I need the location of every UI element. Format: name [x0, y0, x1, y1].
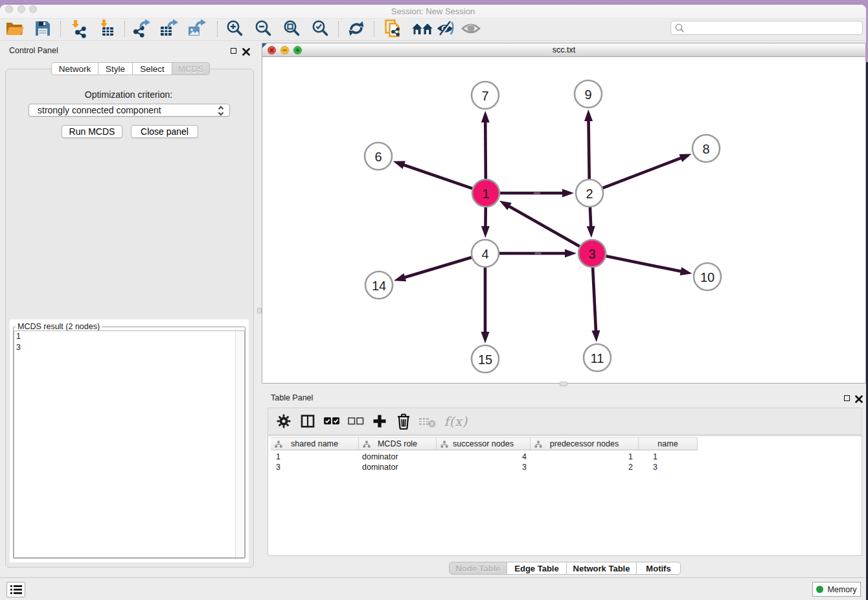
- export-table-button[interactable]: [159, 19, 179, 40]
- tab-node-table[interactable]: Node Table: [449, 562, 507, 575]
- delete-column-button[interactable]: [396, 413, 411, 429]
- open-session-button[interactable]: [4, 19, 25, 40]
- cell-successor-nodes[interactable]: 4: [437, 452, 531, 462]
- graph-edge-4-3[interactable]: [499, 249, 577, 258]
- hierarchy-icon: [275, 441, 282, 450]
- hide-selected-button[interactable]: [435, 19, 456, 40]
- cell-name[interactable]: 1: [639, 452, 698, 462]
- first-neighbors-button[interactable]: [412, 19, 433, 40]
- delete-table-icon: [418, 413, 437, 429]
- optimization-criterion-label: Optimization criterion:: [0, 89, 257, 100]
- graph-edge-4-14[interactable]: [394, 257, 472, 281]
- cell-shared-name[interactable]: 1: [271, 452, 359, 462]
- column-header-MCDS-role[interactable]: MCDS role: [359, 437, 437, 450]
- split-panel-button[interactable]: [300, 413, 315, 429]
- zoom-in-button[interactable]: [224, 19, 245, 40]
- graph-node-15[interactable]: 15: [472, 345, 499, 373]
- toolbar-separator: [124, 21, 125, 37]
- close-table-panel-icon[interactable]: [855, 394, 863, 402]
- tab-style[interactable]: Style: [98, 62, 133, 75]
- tab-mcds[interactable]: MCDS: [172, 62, 210, 75]
- graph-node-11[interactable]: 11: [584, 344, 611, 371]
- graph-node-3[interactable]: 3: [578, 240, 606, 267]
- graph-node-6[interactable]: 6: [365, 143, 392, 170]
- close-panel-button[interactable]: Close panel: [131, 125, 198, 138]
- graph-edge-2-8[interactable]: [603, 154, 692, 189]
- function-builder-icon: f(x): [444, 414, 468, 428]
- graph-edge-1-6[interactable]: [393, 161, 472, 188]
- cell-predecessor-nodes[interactable]: 1: [531, 452, 639, 462]
- import-network-button[interactable]: [69, 19, 89, 40]
- mcds-result-item[interactable]: 1: [14, 331, 244, 342]
- duplicate-network-button[interactable]: [383, 19, 404, 40]
- export-image-button[interactable]: [187, 19, 207, 40]
- show-all-button[interactable]: [461, 19, 481, 40]
- graph-edge-1-4[interactable]: [481, 207, 490, 238]
- add-column-button[interactable]: [372, 413, 387, 429]
- criterion-dropdown[interactable]: strongly connected component: [29, 104, 230, 117]
- cell-MCDS-role[interactable]: dominator: [359, 462, 437, 472]
- float-panel-icon[interactable]: [231, 48, 236, 54]
- zoom-selected-button[interactable]: [310, 19, 330, 40]
- tab-network[interactable]: Network: [51, 62, 98, 75]
- search-box[interactable]: [670, 21, 863, 35]
- graph-edge-2-9[interactable]: [584, 110, 593, 179]
- column-header-shared-name[interactable]: shared name: [271, 437, 359, 450]
- table-options-gear-button[interactable]: [276, 413, 291, 429]
- svg-text:1: 1: [482, 187, 489, 201]
- graph-node-4[interactable]: 4: [472, 240, 499, 267]
- graph-edge-4-15[interactable]: [481, 268, 490, 343]
- vertical-splitter-handle[interactable]: [257, 308, 262, 314]
- mcds-result-item[interactable]: 3: [14, 342, 244, 353]
- table-row[interactable]: 3dominator323: [271, 462, 698, 472]
- titlebar: Session: New Session: [0, 5, 866, 19]
- graph-edge-1-7[interactable]: [481, 111, 490, 179]
- graph-node-14[interactable]: 14: [365, 271, 393, 299]
- horizontal-splitter-handle[interactable]: [560, 382, 567, 386]
- column-header-predecessor-nodes[interactable]: predecessor nodes: [531, 437, 639, 450]
- zoom-out-icon: [253, 19, 273, 41]
- graph-edge-2-3[interactable]: [587, 207, 595, 238]
- cell-successor-nodes[interactable]: 3: [437, 462, 531, 472]
- svg-text:10: 10: [700, 270, 714, 284]
- tab-motifs[interactable]: Motifs: [637, 562, 681, 575]
- graph-edge-3-11[interactable]: [591, 268, 600, 342]
- column-header-name[interactable]: name: [639, 437, 698, 450]
- refresh-button[interactable]: [346, 19, 367, 40]
- tab-select[interactable]: Select: [133, 62, 172, 75]
- float-table-panel-icon[interactable]: [844, 395, 850, 401]
- table-row[interactable]: 1dominator411: [271, 452, 698, 462]
- import-table-button[interactable]: [97, 19, 118, 40]
- graph-node-1[interactable]: 1: [472, 179, 499, 207]
- cell-MCDS-role[interactable]: dominator: [359, 452, 437, 462]
- graph-node-7[interactable]: 7: [472, 82, 499, 109]
- mcds-result-list[interactable]: 13: [14, 330, 245, 558]
- cell-shared-name[interactable]: 3: [271, 462, 359, 472]
- tab-network-table[interactable]: Network Table: [567, 562, 637, 575]
- cell-predecessor-nodes[interactable]: 2: [531, 462, 639, 472]
- graph-edge-3-10[interactable]: [606, 256, 692, 275]
- graph-edge-1-2[interactable]: [500, 189, 574, 198]
- mcds-result-title: MCDS result (2 nodes): [16, 322, 102, 331]
- column-header-label: predecessor nodes: [550, 439, 619, 448]
- save-session-button[interactable]: [32, 19, 53, 40]
- close-panel-icon[interactable]: [242, 47, 250, 54]
- hide-columns-button[interactable]: [348, 413, 363, 429]
- memory-button[interactable]: Memory: [812, 582, 861, 597]
- zoom-out-button[interactable]: [253, 19, 273, 40]
- graph-node-9[interactable]: 9: [575, 80, 602, 108]
- run-mcds-button[interactable]: Run MCDS: [62, 125, 122, 138]
- export-network-button[interactable]: [131, 19, 152, 40]
- graph-node-10[interactable]: 10: [694, 263, 721, 290]
- show-columns-button[interactable]: [324, 413, 339, 429]
- graph-node-2[interactable]: 2: [576, 179, 603, 207]
- graph-edge-3-1[interactable]: [499, 201, 580, 246]
- scrollbar[interactable]: [235, 331, 244, 557]
- tab-edge-table[interactable]: Edge Table: [507, 562, 567, 575]
- task-history-button[interactable]: [6, 582, 25, 597]
- cell-name[interactable]: 3: [639, 462, 698, 472]
- zoom-fit-button[interactable]: [281, 19, 302, 40]
- network-canvas[interactable]: 1234678910111415: [262, 57, 865, 383]
- column-header-successor-nodes[interactable]: successor nodes: [437, 437, 531, 450]
- graph-node-8[interactable]: 8: [692, 135, 720, 162]
